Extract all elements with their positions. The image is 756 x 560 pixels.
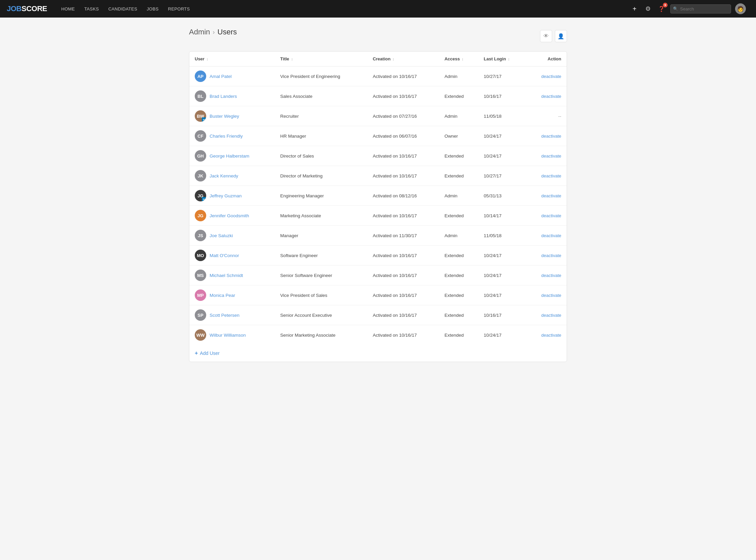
deactivate-link[interactable]: deactivate <box>541 154 561 159</box>
user-access: Extended <box>439 305 478 325</box>
user-access: Admin <box>439 66 478 86</box>
user-cell: SPScott Petersen <box>189 305 275 325</box>
user-creation: Activated on 10/16/17 <box>367 206 439 226</box>
user-name-link[interactable]: Matt O'Connor <box>210 253 239 258</box>
access-sort-icon[interactable]: ↕ <box>462 57 464 61</box>
settings-button[interactable]: ⚙ <box>643 4 653 14</box>
user-title: Recruiter <box>275 106 367 126</box>
user-creation: Activated on 10/16/17 <box>367 146 439 166</box>
user-name-link[interactable]: Monica Pear <box>210 293 235 298</box>
user-name-link[interactable]: Charles Friendly <box>210 134 243 139</box>
add-user-row: + Add User <box>189 345 567 362</box>
user-name-link[interactable]: Scott Petersen <box>210 313 240 318</box>
nav-link-candidates[interactable]: CANDIDATES <box>104 4 141 14</box>
user-name-link[interactable]: Wilbur Williamson <box>210 333 246 338</box>
user-action: deactivate <box>526 206 567 226</box>
deactivate-link[interactable]: deactivate <box>541 213 561 218</box>
user-action: deactivate <box>526 285 567 305</box>
col-title: Title ↕ <box>275 52 367 66</box>
lastlogin-sort-icon[interactable]: ↕ <box>508 57 510 61</box>
user-last-login: 10/24/17 <box>478 265 526 285</box>
deactivate-link[interactable]: deactivate <box>541 74 561 79</box>
deactivate-link[interactable]: deactivate <box>541 293 561 298</box>
linkedin-badge: in <box>202 197 206 201</box>
user-cell: MSMichael Schmidt <box>189 265 275 285</box>
user-cell: JGJennifer Goodsmith <box>189 206 275 226</box>
nav-link-jobs[interactable]: JOBS <box>143 4 163 14</box>
table-row: JSJoe SaluzkiManagerActivated on 11/30/1… <box>189 226 567 245</box>
user-last-login: 10/27/17 <box>478 166 526 186</box>
user-title: Director of Sales <box>275 146 367 166</box>
creation-sort-icon[interactable]: ↕ <box>392 57 394 61</box>
avatar: MS <box>195 269 206 281</box>
deactivate-link[interactable]: deactivate <box>541 313 561 318</box>
user-title: Sales Associate <box>275 86 367 106</box>
nav-link-reports[interactable]: REPORTS <box>164 4 194 14</box>
deactivate-link[interactable]: deactivate <box>541 94 561 99</box>
deactivate-link[interactable]: deactivate <box>541 273 561 278</box>
user-title: Senior Marketing Associate <box>275 325 367 345</box>
user-access: Extended <box>439 325 478 345</box>
search-input[interactable] <box>670 4 731 14</box>
deactivate-link[interactable]: deactivate <box>541 193 561 198</box>
breadcrumb: Admin › Users <box>189 28 237 36</box>
user-name-link[interactable]: Jack Kennedy <box>210 174 238 178</box>
user-last-login: 05/31/13 <box>478 186 526 206</box>
user-action: deactivate <box>526 305 567 325</box>
logo[interactable]: JOBSCORE <box>7 4 47 13</box>
users-table-container: User ↕ Title ↕ Creation ↕ Access ↕ Last … <box>189 51 567 362</box>
breadcrumb-current: Users <box>217 28 237 36</box>
avatar: SP <box>195 309 206 321</box>
avatar: MP <box>195 289 206 301</box>
user-title: Vice President of Engineering <box>275 66 367 86</box>
nav-link-home[interactable]: HOME <box>57 4 79 14</box>
deactivate-link[interactable]: deactivate <box>541 233 561 238</box>
deactivate-link[interactable]: deactivate <box>541 174 561 178</box>
user-access: Admin <box>439 186 478 206</box>
user-action: deactivate <box>526 126 567 146</box>
user-name-link[interactable]: Brad Landers <box>210 94 237 99</box>
user-cell: MPMonica Pear <box>189 285 275 305</box>
table-row: JKJack KennedyDirector of MarketingActiv… <box>189 166 567 186</box>
user-action: deactivate <box>526 146 567 166</box>
nav-link-tasks[interactable]: TASKS <box>80 4 103 14</box>
user-last-login: 11/05/18 <box>478 106 526 126</box>
deactivate-link[interactable]: deactivate <box>541 134 561 139</box>
user-name-link[interactable]: George Halberstam <box>210 154 249 159</box>
user-title: Software Engineer <box>275 245 367 265</box>
title-sort-icon[interactable]: ↕ <box>291 57 293 61</box>
user-name-link[interactable]: Joe Saluzki <box>210 233 233 238</box>
user-name-link[interactable]: Amal Patel <box>210 74 232 79</box>
navbar: JOBSCORE HOMETASKSCANDIDATESJOBSREPORTS … <box>0 0 756 18</box>
user-cell: APAmal Patel <box>189 66 275 86</box>
deactivate-link[interactable]: deactivate <box>541 253 561 258</box>
user-name-link[interactable]: Jennifer Goodsmith <box>210 213 249 218</box>
user-sort-icon[interactable]: ↕ <box>207 57 209 61</box>
user-name-link[interactable]: Buster Wegley <box>210 114 239 119</box>
table-row: MPMonica PearVice President of SalesActi… <box>189 285 567 305</box>
user-action: deactivate <box>526 86 567 106</box>
user-cell: BWinBuster Wegley <box>189 106 275 126</box>
table-row: GHGeorge HalberstamDirector of SalesActi… <box>189 146 567 166</box>
user-avatar-nav[interactable]: 🧑 <box>735 3 746 14</box>
add-user-button[interactable]: + Add User <box>195 350 220 356</box>
linkedin-badge: in <box>202 117 206 122</box>
deactivate-link[interactable]: deactivate <box>541 333 561 338</box>
user-cell: JKJack Kennedy <box>189 166 275 186</box>
avatar: BL <box>195 91 206 102</box>
add-button[interactable]: + <box>630 4 639 14</box>
breadcrumb-chevron: › <box>213 29 215 36</box>
user-icon-button[interactable]: 👤 <box>555 30 567 42</box>
user-name-link[interactable]: Jeffrey Guzman <box>210 193 241 198</box>
table-row: MSMichael SchmidtSenior Software Enginee… <box>189 265 567 285</box>
user-action: deactivate <box>526 245 567 265</box>
avatar: JS <box>195 230 206 241</box>
table-row: APAmal PatelVice President of Engineerin… <box>189 66 567 86</box>
view-toggle-button[interactable]: 👁 <box>540 30 552 42</box>
user-access: Extended <box>439 245 478 265</box>
table-row: BLBrad LandersSales AssociateActivated o… <box>189 86 567 106</box>
user-name-link[interactable]: Michael Schmidt <box>210 273 243 278</box>
users-table: User ↕ Title ↕ Creation ↕ Access ↕ Last … <box>189 52 567 345</box>
notification-badge: 9 <box>663 3 667 7</box>
avatar: JGin <box>195 190 206 201</box>
